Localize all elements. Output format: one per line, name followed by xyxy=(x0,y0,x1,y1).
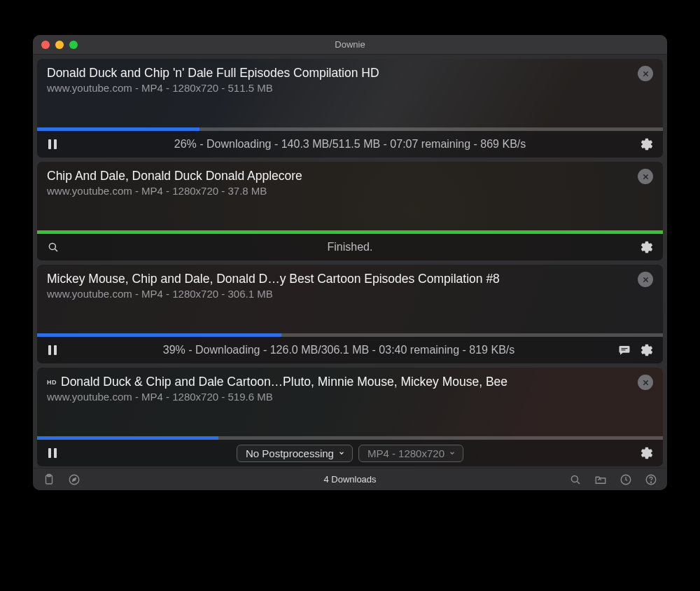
progress-bar xyxy=(37,436,218,440)
progress-track xyxy=(37,127,663,131)
progress-bar xyxy=(37,333,281,337)
traffic-lights xyxy=(33,41,78,49)
action-row: Finished. xyxy=(37,234,663,260)
status-text: 26% - Downloading - 140.3 MB/511.5 MB - … xyxy=(174,138,526,151)
minimize-window-button[interactable] xyxy=(55,41,64,49)
svg-point-16 xyxy=(571,475,578,482)
remove-item-button[interactable] xyxy=(638,375,653,390)
help-button[interactable] xyxy=(643,472,659,487)
folder-button[interactable] xyxy=(593,472,608,487)
action-row: 39% - Downloading - 126.0 MB/306.1 MB - … xyxy=(37,337,663,363)
progress-bar xyxy=(37,230,663,234)
item-subtitle: www.youtube.com - MP4 - 1280x720 - 37.8 … xyxy=(47,185,632,197)
svg-rect-9 xyxy=(622,349,626,350)
download-item[interactable]: Chip And Dale, Donald Duck Donald Applec… xyxy=(37,162,663,260)
svg-point-20 xyxy=(650,482,651,482)
gear-icon[interactable] xyxy=(639,137,654,152)
pause-button[interactable] xyxy=(46,445,61,461)
action-row: No PostprocessingMP4 - 1280x720 xyxy=(37,440,663,466)
search-button[interactable] xyxy=(568,472,583,487)
status-text: Finished. xyxy=(328,241,373,253)
gear-icon[interactable] xyxy=(639,342,654,358)
item-title: Donald Duck and Chip 'n' Dale Full Episo… xyxy=(47,66,632,81)
item-title: Chip And Dale, Donald Duck Donald Applec… xyxy=(47,169,632,183)
clipboard-button[interactable] xyxy=(41,472,57,487)
item-title: Mickey Mouse, Chip and Dale, Donald D…y … xyxy=(47,272,632,286)
action-row: 26% - Downloading - 140.3 MB/511.5 MB - … xyxy=(37,131,663,158)
pause-button[interactable] xyxy=(46,137,61,152)
item-subtitle: www.youtube.com - MP4 - 1280x720 - 511.5… xyxy=(47,82,632,94)
gear-icon[interactable] xyxy=(639,445,654,461)
item-title: HDDonald Duck & Chip and Dale Cartoon…Pl… xyxy=(47,375,632,389)
hd-badge: HD xyxy=(47,379,57,386)
item-subtitle: www.youtube.com - MP4 - 1280x720 - 306.1… xyxy=(47,288,632,300)
progress-track xyxy=(37,333,663,337)
status-text: 39% - Downloading - 126.0 MB/306.1 MB - … xyxy=(163,344,515,356)
gear-icon[interactable] xyxy=(639,239,654,255)
svg-line-17 xyxy=(577,481,580,484)
download-item[interactable]: Donald Duck and Chip 'n' Dale Full Episo… xyxy=(37,59,663,158)
compass-button[interactable] xyxy=(66,472,82,487)
titlebar[interactable]: Downie xyxy=(33,35,667,55)
format-label: MP4 - 1280x720 xyxy=(368,447,444,459)
svg-line-5 xyxy=(55,249,57,251)
history-button[interactable] xyxy=(618,472,634,487)
window-title: Downie xyxy=(33,39,667,50)
progress-track xyxy=(37,436,663,440)
postprocess-label: No Postprocessing xyxy=(246,447,334,459)
close-window-button[interactable] xyxy=(41,41,50,49)
svg-point-4 xyxy=(49,243,55,249)
pause-button[interactable] xyxy=(46,342,61,358)
format-select[interactable]: MP4 - 1280x720 xyxy=(358,445,463,462)
remove-item-button[interactable] xyxy=(638,169,653,184)
bottombar: 4 Downloads xyxy=(33,468,667,490)
remove-item-button[interactable] xyxy=(638,272,653,287)
remove-item-button[interactable] xyxy=(638,66,653,81)
item-subtitle: www.youtube.com - MP4 - 1280x720 - 519.6… xyxy=(47,391,632,403)
app-window: Downie Donald Duck and Chip 'n' Dale Ful… xyxy=(33,35,667,490)
progress-track xyxy=(37,230,663,234)
reveal-button[interactable] xyxy=(46,239,61,255)
downloads-list: Donald Duck and Chip 'n' Dale Full Episo… xyxy=(33,55,667,468)
postprocess-select[interactable]: No Postprocessing xyxy=(237,445,353,462)
svg-rect-8 xyxy=(622,348,628,349)
svg-marker-15 xyxy=(73,478,76,481)
download-item[interactable]: Mickey Mouse, Chip and Dale, Donald D…y … xyxy=(37,265,663,363)
progress-bar xyxy=(37,127,200,131)
comment-icon[interactable] xyxy=(617,342,632,358)
download-item[interactable]: HDDonald Duck & Chip and Dale Cartoon…Pl… xyxy=(37,368,663,466)
fullscreen-window-button[interactable] xyxy=(69,41,78,49)
